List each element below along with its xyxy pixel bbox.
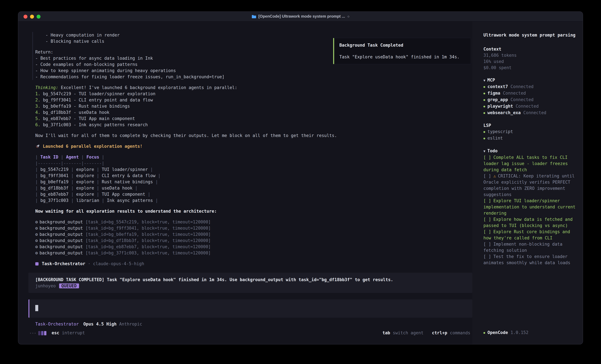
gear-icon: ⚙	[35, 250, 38, 255]
tool-call-line: ⚙background_output [task_id=bg_eb87ebb7,…	[35, 244, 472, 250]
spinner-dots	[30, 330, 37, 335]
thinking-line: Thinking: Excellent! I've launched 6 bac…	[35, 85, 472, 91]
agent-list-item: 3. bg_b0effa19 - Rust native bindings	[35, 103, 472, 109]
output-line: - Recommendations for fixing loader free…	[35, 74, 472, 80]
output-line: - Heavy computation in render	[35, 32, 472, 38]
todo-item: [ ]Explore how data is fetched and passe…	[483, 216, 579, 229]
agent-list-item: 2. bg_f9ff3041 - CLI entry point and dat…	[35, 97, 472, 103]
mcp-item: ●context7Connected	[483, 84, 579, 90]
input-model-line: Task-OrchestratorOpus 4.5 HighAnthropic	[35, 321, 472, 327]
session-title: Ultrawork mode system prompt parsing	[483, 32, 579, 38]
text-cursor	[35, 305, 38, 311]
titlebar: [OpenCode] Ultrawork mode system prompt …	[18, 12, 583, 21]
todo-item: [ ]Explore TUI loader/spinner implementa…	[483, 198, 579, 216]
ctrlp-key-label: commands	[450, 330, 470, 335]
tool-call-line: ⚙background_output [task_id=bg_b0effa19,…	[35, 231, 472, 238]
window-title-text: [OpenCode] Ultrawork mode system prompt …	[258, 13, 345, 19]
input-agent-name: Task-Orchestrator	[35, 322, 79, 326]
table-row: |bg_b0effa19|explore|Rust native binding…	[35, 179, 472, 185]
gear-icon: ⚙	[35, 220, 38, 224]
app-version-footer: ●OpenCode1.0.152	[483, 329, 529, 336]
lsp-section: LSP ●typescript ●eslint	[483, 122, 579, 142]
tab-key-hint: tab	[382, 330, 390, 335]
tab-key-label: switch agent	[393, 330, 423, 335]
agent-list-item: 5. bg_eb87ebb7 - TUI App main component	[35, 115, 472, 122]
warning-icon: ⚠	[493, 173, 496, 178]
launched-line: Launched 6 parallel exploration agents!	[35, 143, 472, 149]
agent-name: Task-Orchestrator	[42, 261, 85, 267]
mcp-item: ●grep_appConnected	[483, 96, 579, 103]
todo-item: [ ]⚠CRITICAL: Keep iterating until Oracl…	[483, 173, 579, 198]
checkbox-icon: [ ]	[483, 217, 491, 222]
status-dot: ●	[483, 130, 485, 134]
agent-list-item: 6. bg_37f1c003 - Ink async patterns rese…	[35, 122, 472, 128]
status-dot: ●	[483, 111, 485, 115]
lsp-item: ●typescript	[483, 128, 579, 135]
todo-item: [ ]Implement non-blocking data fetching …	[483, 241, 579, 253]
status-dot: ●	[483, 85, 485, 88]
app-version: 1.0.152	[511, 330, 529, 335]
input-model-name: Opus 4.5 High	[83, 322, 117, 326]
queued-message-row: junhoyeoQUEUED	[35, 283, 465, 289]
status-dot: ●	[483, 98, 485, 101]
todo-item: [ ]Test the fix to ensure loader animate…	[483, 253, 579, 266]
todo-item: [ ]Complete ALL tasks to fix CLI loader …	[483, 154, 579, 173]
chevron-down-icon: ▼	[483, 149, 485, 153]
status-dot: ●	[483, 331, 485, 334]
status-dot: ●	[483, 92, 485, 95]
tool-call-line: ⚙background_output [task_id=bg_37f1c003,…	[35, 250, 472, 256]
mcp-item: ●playwrightConnected	[483, 103, 579, 110]
gear-icon: ⚙	[35, 238, 38, 243]
table-row: |bg_df18bb3f|explore|useData hook|	[35, 185, 472, 191]
checkbox-icon: [ ]	[483, 229, 491, 234]
minimize-button[interactable]	[30, 15, 34, 19]
table-row: |bg_37f1c003|librarian|Ink async pattern…	[35, 197, 472, 203]
prompt-input[interactable]	[29, 299, 472, 318]
table-row: |bg_f9ff3041|explore|CLI entry & data fl…	[35, 172, 472, 179]
context-used: 16% used	[483, 58, 579, 65]
mcp-heading[interactable]: ▼MCP	[483, 77, 579, 84]
context-section: Context 31,686 tokens 16% used $0.00 spe…	[483, 46, 579, 71]
status-dot: ●	[483, 137, 485, 140]
todo-item: [ ]Explore Rust core bindings and how th…	[483, 229, 579, 241]
esc-key-hint: esc	[52, 330, 59, 335]
user-name: junhoyeo	[35, 283, 56, 288]
tool-call-line: ⚙background_output [task_id=bg_f9ff3041,…	[35, 225, 472, 231]
zoom-button[interactable]	[37, 15, 40, 19]
session-icon: ○	[347, 13, 350, 19]
checkbox-icon: [ ]	[483, 155, 491, 160]
sidebar: Ultrawork mode system prompt parsing Con…	[472, 21, 583, 344]
status-bar: escinterrupt tabswitch agentctrl+pcomman…	[30, 330, 470, 336]
esc-key-label: interrupt	[62, 330, 85, 335]
terminal-window: [OpenCode] Ultrawork mode system prompt …	[18, 11, 583, 345]
gear-icon: ⚙	[35, 226, 38, 230]
background-task-panel: [BACKGROUND TASK COMPLETED] Task "Explor…	[29, 273, 472, 293]
window-title: [OpenCode] Ultrawork mode system prompt …	[251, 13, 350, 19]
checkbox-icon: [ ]	[483, 173, 491, 178]
checkbox-icon: [ ]	[483, 198, 491, 203]
waiting-heading: Now waiting for all exploration results …	[35, 208, 472, 214]
checkbox-icon: [ ]	[483, 254, 491, 259]
table-separator: |---------|-------|-------|	[35, 160, 472, 166]
table-header-row: |Task ID|Agent|Focus|	[35, 154, 472, 160]
toast-title: Background Task Completed	[339, 42, 465, 48]
chevron-down-icon: ▼	[483, 79, 485, 82]
ctrlp-key-hint: ctrl+p	[432, 330, 447, 335]
wait-text: Now I'll wait for all of them to complet…	[35, 133, 472, 139]
app-name: OpenCode	[488, 330, 508, 335]
context-tokens: 31,686 tokens	[483, 52, 579, 58]
close-button[interactable]	[23, 15, 27, 19]
toast-notification[interactable]: Background Task Completed Task "Explore …	[333, 38, 471, 64]
folder-icon	[251, 15, 256, 19]
lsp-item: ●eslint	[483, 135, 579, 142]
agent-list-item: 1. bg_5547c219 - TUI loader/spinner expl…	[35, 91, 472, 97]
agent-status-line: Task-Orchestrator·claude-opus-4-5-high	[35, 261, 472, 267]
rocket-icon	[35, 144, 40, 149]
agent-icon	[35, 262, 39, 265]
thinking-label: Thinking:	[35, 85, 58, 90]
gear-icon: ⚙	[35, 232, 38, 237]
table-row: |bg_5547c219|explore|TUI loader/spinner|	[35, 166, 472, 172]
lsp-heading: LSP	[483, 122, 579, 128]
model-name: claude-opus-4-5-high	[93, 261, 144, 267]
todo-heading[interactable]: ▼Todo	[483, 148, 579, 154]
